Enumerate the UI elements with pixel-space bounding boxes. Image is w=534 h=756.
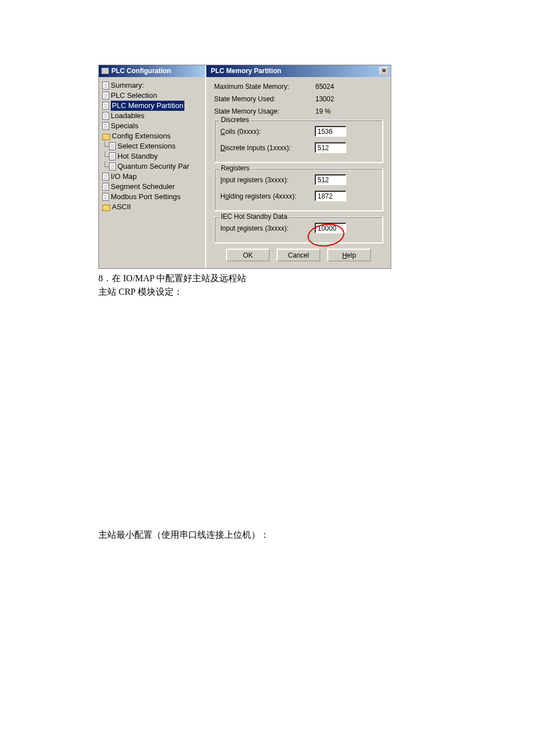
tree-item-specials[interactable]: Specials bbox=[101, 121, 204, 131]
memory-usage-label: State Memory Usage: bbox=[214, 107, 315, 115]
row-memory-used: State Memory Used: 13002 bbox=[214, 95, 383, 103]
document-icon bbox=[102, 122, 109, 130]
max-memory-label: Maximum State Memory: bbox=[214, 83, 315, 91]
input-registers-input[interactable] bbox=[315, 174, 346, 185]
tree-title-text: PLC Configuration bbox=[111, 67, 171, 75]
folder-icon bbox=[102, 134, 110, 140]
document-icon bbox=[109, 163, 116, 170]
plc-config-window: PLC Configuration Summary: PLC Selection… bbox=[98, 65, 391, 269]
legend-discretes: Discretes bbox=[219, 116, 251, 124]
input-registers-label: Input registers (3xxxx): bbox=[220, 176, 315, 184]
dialog-title-text: PLC Memory Partition bbox=[211, 67, 281, 75]
tree-item-summary[interactable]: Summary: bbox=[101, 80, 204, 91]
tree-item-quantum-security[interactable]: Quantum Security Par bbox=[101, 161, 204, 172]
tree-item-loadables[interactable]: Loadables bbox=[101, 111, 204, 121]
max-memory-value: 65024 bbox=[315, 83, 349, 91]
tree-titlebar: PLC Configuration bbox=[99, 65, 205, 77]
document-icon bbox=[109, 152, 116, 160]
memory-used-label: State Memory Used: bbox=[214, 95, 315, 103]
discrete-inputs-input[interactable] bbox=[315, 142, 346, 153]
doc-line-2: 主站 CRP 模块设定： bbox=[98, 286, 534, 298]
document-icon bbox=[102, 92, 109, 100]
tree-item-plc-memory-partition[interactable]: PLC Memory Partition bbox=[101, 101, 204, 111]
tree-item-plc-selection[interactable]: PLC Selection bbox=[101, 91, 204, 101]
memory-used-value: 13002 bbox=[315, 95, 349, 103]
hs-input-registers-label: Input registers (3xxxx): bbox=[220, 224, 315, 232]
tree-pane: PLC Configuration Summary: PLC Selection… bbox=[99, 65, 206, 268]
fieldset-registers: Registers Input registers (3xxxx): Holdi… bbox=[214, 168, 383, 211]
close-button[interactable]: ✕ bbox=[379, 67, 388, 75]
doc-line-3: 主站最小配置（使用串口线连接上位机）： bbox=[98, 529, 534, 541]
memory-usage-value: 19 % bbox=[315, 107, 349, 115]
tree-item-config-extensions[interactable]: Config Extensions bbox=[101, 131, 204, 141]
ok-button[interactable]: OK bbox=[226, 249, 270, 262]
app-icon bbox=[101, 68, 109, 74]
help-button[interactable]: Help bbox=[327, 249, 371, 262]
dialog-titlebar: PLC Memory Partition ✕ bbox=[206, 65, 391, 77]
legend-registers: Registers bbox=[219, 164, 251, 172]
coils-label: Coils (0xxxx): bbox=[220, 128, 315, 136]
hs-input-registers-input[interactable] bbox=[315, 223, 346, 233]
tree-item-select-extensions[interactable]: Select Extensions bbox=[101, 141, 204, 151]
fieldset-hot-standby: IEC Hot Standby Data Input registers (3x… bbox=[214, 217, 383, 243]
document-icon bbox=[102, 112, 109, 120]
fieldset-discretes: Discretes Coils (0xxxx): Discrete Inputs… bbox=[214, 120, 383, 163]
folder-icon bbox=[102, 205, 110, 211]
tree-item-io-map[interactable]: I/O Map bbox=[101, 172, 204, 182]
tree-item-hot-standby[interactable]: Hot Standby bbox=[101, 151, 204, 161]
cancel-button[interactable]: Cancel bbox=[277, 249, 320, 262]
tree-item-ascii[interactable]: ASCII bbox=[101, 202, 204, 212]
document-icon bbox=[102, 193, 109, 201]
holding-registers-label: Holding registers (4xxxx): bbox=[220, 192, 315, 200]
discrete-inputs-label: Discrete Inputs (1xxxx): bbox=[220, 144, 315, 152]
coils-input[interactable] bbox=[315, 126, 346, 137]
holding-registers-input[interactable] bbox=[315, 191, 346, 201]
tree-item-segment-scheduler[interactable]: Segment Scheduler bbox=[101, 182, 204, 192]
document-icon bbox=[102, 82, 109, 89]
row-memory-usage: State Memory Usage: 19 % bbox=[214, 107, 383, 115]
document-icon bbox=[102, 183, 109, 191]
tree-body: Summary: PLC Selection PLC Memory Partit… bbox=[99, 77, 205, 268]
document-icon bbox=[102, 173, 109, 181]
row-max-memory: Maximum State Memory: 65024 bbox=[214, 83, 383, 91]
button-bar: OK Cancel Help bbox=[214, 249, 383, 262]
document-text: 8．在 IO/MAP 中配置好主站及远程站 主站 CRP 模块设定： 主站最小配… bbox=[98, 272, 534, 541]
dialog-body: Maximum State Memory: 65024 State Memory… bbox=[206, 77, 391, 268]
tree-item-modbus-port-settings[interactable]: Modbus Port Settings bbox=[101, 192, 204, 202]
doc-line-1: 8．在 IO/MAP 中配置好主站及远程站 bbox=[98, 272, 534, 285]
document-icon bbox=[102, 102, 109, 110]
dialog-pane: PLC Memory Partition ✕ Maximum State Mem… bbox=[206, 65, 391, 268]
legend-hot-standby: IEC Hot Standby Data bbox=[219, 213, 289, 220]
document-icon bbox=[109, 142, 116, 150]
